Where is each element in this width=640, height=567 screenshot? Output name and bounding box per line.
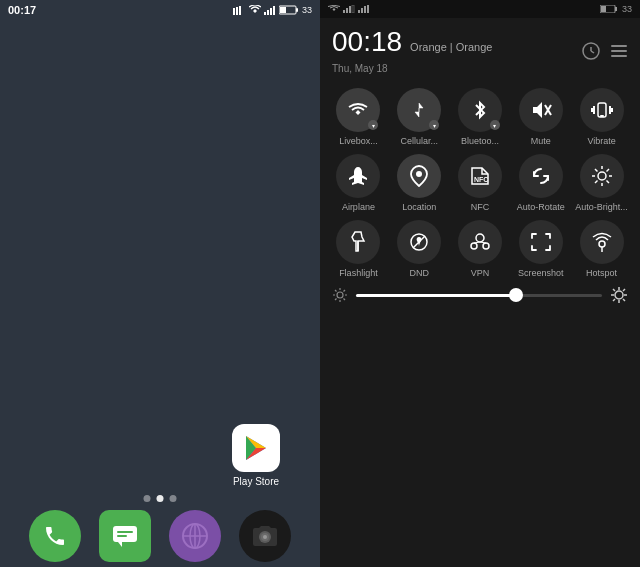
- autobright-label: Auto-Bright...: [574, 202, 630, 212]
- vibrate-circle[interactable]: [580, 88, 624, 132]
- svg-rect-17: [117, 535, 127, 537]
- dnd-circle[interactable]: [397, 220, 441, 264]
- svg-line-89: [613, 299, 615, 301]
- nfc-icon: NFC: [469, 165, 491, 187]
- vpn-icon: [469, 231, 491, 253]
- bluetooth-circle[interactable]: ▾: [458, 88, 502, 132]
- svg-point-25: [263, 535, 267, 539]
- sim-icon: [232, 5, 246, 15]
- vibrate-icon: [591, 99, 613, 121]
- svg-rect-16: [117, 531, 133, 533]
- bluetooth-icon: [472, 99, 488, 121]
- svg-rect-30: [358, 10, 360, 13]
- toggle-autorotate[interactable]: Auto-Rotate: [513, 154, 569, 212]
- dock-browser[interactable]: [169, 510, 221, 562]
- hotspot-circle[interactable]: [580, 220, 624, 264]
- toggle-livebox[interactable]: ▾ Livebox...: [330, 88, 386, 146]
- mute-icon: [530, 100, 552, 120]
- autorotate-circle[interactable]: [519, 154, 563, 198]
- toggle-hotspot[interactable]: Hotspot: [574, 220, 630, 278]
- toggle-cellular[interactable]: ▾ Cellular...: [391, 88, 447, 146]
- toggle-flashlight[interactable]: Flashlight: [330, 220, 386, 278]
- svg-line-60: [606, 169, 609, 172]
- toggle-location[interactable]: Location: [391, 154, 447, 212]
- dock-phone[interactable]: [29, 510, 81, 562]
- svg-rect-3: [264, 12, 266, 15]
- nfc-label: NFC: [452, 202, 508, 212]
- page-dot-2: [157, 495, 164, 502]
- brightness-fill: [356, 294, 516, 297]
- screenshot-circle[interactable]: [519, 220, 563, 264]
- autobright-icon: [591, 165, 613, 187]
- right-status-left: [328, 5, 370, 13]
- toggle-vibrate[interactable]: Vibrate: [574, 88, 630, 146]
- toggle-screenshot[interactable]: Screenshot: [513, 220, 569, 278]
- camera-icon: [251, 524, 279, 548]
- svg-line-78: [344, 299, 346, 301]
- vpn-circle[interactable]: [458, 220, 502, 264]
- svg-line-58: [595, 169, 598, 172]
- toggle-dnd[interactable]: DND: [391, 220, 447, 278]
- livebox-icon: [347, 101, 369, 119]
- svg-rect-40: [611, 45, 627, 47]
- svg-rect-45: [598, 103, 606, 117]
- cellular-circle[interactable]: ▾: [397, 88, 441, 132]
- signal-status-icon: [343, 5, 355, 13]
- livebox-dropdown: ▾: [368, 120, 378, 130]
- brightness-slider[interactable]: [356, 294, 602, 297]
- mute-label: Mute: [513, 136, 569, 146]
- settings-icon[interactable]: [610, 42, 628, 60]
- play-store-logo[interactable]: [232, 424, 280, 472]
- notif-date: Thu, May 18: [332, 63, 388, 74]
- autobright-circle[interactable]: [580, 154, 624, 198]
- flashlight-label: Flashlight: [330, 268, 386, 278]
- battery-icon-left: [279, 5, 299, 15]
- page-dot-1: [144, 495, 151, 502]
- left-status-bar: 00:17 33: [0, 0, 320, 20]
- svg-rect-5: [270, 8, 272, 15]
- pagination-dots: [144, 495, 177, 502]
- cellular-dropdown: ▾: [429, 120, 439, 130]
- dock-camera[interactable]: [239, 510, 291, 562]
- location-label: Location: [391, 202, 447, 212]
- left-status-icons: 33: [232, 5, 312, 15]
- vpn-label: VPN: [452, 268, 508, 278]
- dnd-icon: [408, 231, 430, 253]
- svg-line-88: [623, 289, 625, 291]
- signal-icon: [264, 5, 276, 15]
- svg-point-72: [337, 292, 343, 298]
- screenshot-label: Screenshot: [513, 268, 569, 278]
- svg-point-67: [483, 243, 489, 249]
- wifi-status-icon: [328, 5, 340, 13]
- brightness-low-icon: [332, 287, 348, 303]
- toggle-vpn[interactable]: VPN: [452, 220, 508, 278]
- nfc-circle[interactable]: NFC: [458, 154, 502, 198]
- livebox-circle[interactable]: ▾: [336, 88, 380, 132]
- hotspot-icon: [591, 231, 613, 253]
- bluetooth-dropdown: ▾: [490, 120, 500, 130]
- airplane-circle[interactable]: [336, 154, 380, 198]
- toggle-airplane[interactable]: Airplane: [330, 154, 386, 212]
- play-store-icon[interactable]: Play Store: [232, 424, 280, 487]
- location-circle[interactable]: [397, 154, 441, 198]
- toggle-nfc[interactable]: NFC NFC: [452, 154, 508, 212]
- toggle-mute[interactable]: Mute: [513, 88, 569, 146]
- svg-point-51: [416, 171, 422, 177]
- brightness-thumb[interactable]: [509, 288, 523, 302]
- time-carrier-block: 00:18 Orange | Orange Thu, May 18: [332, 26, 492, 76]
- right-panel: 33 00:18 Orange | Orange Thu, May 18: [320, 0, 640, 567]
- play-store-label: Play Store: [233, 476, 279, 487]
- brightness-high-icon: [610, 286, 628, 304]
- right-status-right: 33: [600, 4, 632, 14]
- notification-header: 00:18 Orange | Orange Thu, May 18: [320, 18, 640, 80]
- flashlight-circle[interactable]: [336, 220, 380, 264]
- toggle-bluetooth[interactable]: ▾ Bluetoo...: [452, 88, 508, 146]
- left-home-content: Play Store: [0, 20, 320, 567]
- svg-line-61: [595, 181, 598, 184]
- svg-line-39: [591, 51, 594, 53]
- clock-icon[interactable]: [582, 42, 600, 60]
- toggle-autobright[interactable]: Auto-Bright...: [574, 154, 630, 212]
- dock-messages[interactable]: [99, 510, 151, 562]
- airplane-label: Airplane: [330, 202, 386, 212]
- mute-circle[interactable]: [519, 88, 563, 132]
